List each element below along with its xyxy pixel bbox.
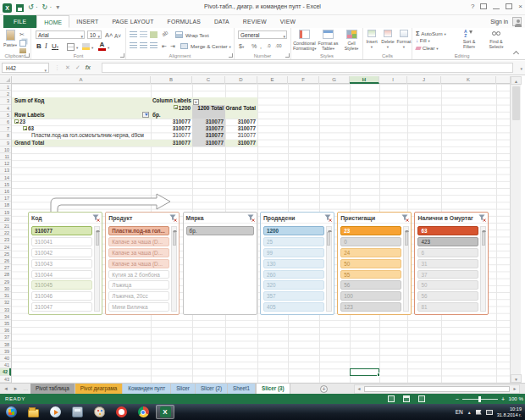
fill-button[interactable]: ↓ Fill ▾ [416, 37, 430, 43]
borders-button[interactable] [67, 43, 75, 51]
ribbon-tab[interactable]: PAGE LAYOUT [105, 15, 160, 28]
slicer-item[interactable]: 310043 [31, 259, 92, 268]
row-header[interactable]: 22 [0, 229, 11, 236]
row-header[interactable]: 28 [0, 271, 11, 278]
font-color-caret[interactable]: ▾ [108, 46, 109, 50]
slicer[interactable]: Продадени 1200 25 99 130 260 [260, 212, 334, 315]
scroll-left-arrow[interactable]: ◄ [355, 385, 363, 393]
slicer-item[interactable]: 100 [340, 291, 401, 301]
slicer-item[interactable]: 37 [417, 270, 478, 279]
font-dialog-launcher[interactable] [120, 53, 124, 58]
cut-button[interactable]: ✂ [19, 30, 26, 38]
zoom-out-button[interactable]: − [456, 396, 459, 402]
clear-filter-icon[interactable] [401, 214, 409, 222]
ribbon-tab[interactable]: DATA [207, 15, 236, 28]
row-header[interactable]: 3 [0, 97, 11, 104]
scroll-up-arrow[interactable]: ▲ [511, 76, 522, 85]
insert-cells-button[interactable]: Insert▾ [364, 30, 379, 50]
clipboard-dialog-launcher[interactable] [25, 53, 30, 58]
delete-cells-button[interactable]: Delete▾ [380, 30, 395, 50]
explorer[interactable] [24, 405, 42, 419]
clear-button[interactable]: Clear ▾ [416, 45, 439, 51]
new-sheet-button[interactable]: + [320, 385, 328, 393]
cancel-entry-icon[interactable]: ✕ [65, 63, 70, 73]
slicer-item[interactable]: 56 [417, 291, 478, 301]
row-header[interactable]: 35 [0, 320, 11, 327]
calculator[interactable] [68, 405, 86, 419]
row-header[interactable]: 42 [0, 368, 11, 375]
zoom-in-button[interactable]: + [501, 396, 505, 402]
increase-decimal-button[interactable]: .0 [267, 42, 271, 50]
align-left-icon[interactable] [130, 42, 137, 49]
slicer-item[interactable]: 56 [340, 280, 401, 290]
ribbon-tab[interactable]: REVIEW [236, 15, 274, 28]
row-header[interactable]: 21 [0, 223, 11, 229]
slicer-item[interactable]: 310046 [31, 291, 92, 301]
pivot-table[interactable]: Sum of Код Column Labels▾ 1200 1200 Tota… [12, 97, 257, 146]
slicer-item[interactable]: 357 [263, 291, 324, 301]
increase-indent-icon[interactable]: ⇥ [170, 42, 175, 50]
slicer-item[interactable]: 1200 [263, 226, 324, 235]
row-header[interactable]: 37 [0, 334, 11, 340]
active-cell[interactable] [350, 368, 379, 375]
row-header[interactable]: 9 [0, 140, 11, 146]
slicer-item[interactable]: Лъжичка, 20cc [108, 291, 169, 301]
slicer[interactable]: Пристигащи 23 0 24 50 55 [337, 212, 412, 315]
row-header[interactable]: 10 [0, 146, 11, 153]
clear-filter-icon[interactable] [169, 214, 177, 222]
slicer-item[interactable]: Мини Виличка [108, 302, 169, 312]
slicer-item[interactable]: 31 [417, 259, 478, 268]
row-header[interactable]: 19 [0, 209, 11, 216]
name-box-caret[interactable]: ▾ [44, 66, 47, 75]
row-header[interactable]: 18 [0, 202, 11, 208]
slicer-item[interactable]: Капаче за чаша (D... [108, 259, 169, 268]
name-box[interactable]: H42▾ [2, 63, 49, 73]
fill-color-button[interactable] [82, 43, 90, 50]
minimize-button[interactable] [493, 8, 500, 9]
slicer-item[interactable]: 260 [263, 270, 324, 279]
slicer-item[interactable]: Капаче за чаша (D... [108, 237, 169, 246]
row-header[interactable]: 4 [0, 105, 11, 112]
worksheet[interactable]: A B C D E F G H I J K 1 2 3 [0, 76, 525, 383]
merge-center-button[interactable]: Merge & Center ▾ [191, 43, 231, 49]
slicer-item[interactable]: Капаче за чаша (D... [108, 248, 169, 257]
slicer-scrollbar[interactable] [480, 226, 486, 312]
decrease-indent-icon[interactable]: ⇤ [162, 42, 167, 50]
slicer-item[interactable]: бр. [186, 226, 254, 235]
underline-button[interactable]: U▾ [52, 42, 58, 50]
scrollbar-thumb[interactable] [405, 232, 408, 246]
row-header[interactable]: 41 [0, 362, 11, 368]
row-header[interactable]: 36 [0, 327, 11, 334]
ribbon-tab[interactable]: HOME [36, 15, 69, 28]
collapse-icon[interactable] [174, 105, 178, 109]
row-header[interactable]: 33 [0, 307, 11, 313]
slicer-item[interactable]: 310077 [31, 226, 92, 235]
slicer-item[interactable]: Пластм.под-ка гол... [108, 226, 169, 235]
help-button[interactable]: ? [471, 3, 474, 10]
select-all-corner[interactable] [0, 76, 12, 84]
page-layout-view-icon[interactable] [403, 395, 410, 402]
row-header[interactable]: 6 [0, 119, 11, 125]
sheet-nav-arrows[interactable]: ◄ ► … [3, 384, 30, 394]
align-center-icon[interactable] [140, 42, 147, 49]
slicer-item[interactable]: 320 [263, 280, 324, 290]
scrollbar-thumb[interactable] [96, 232, 99, 246]
expand-formula-bar-icon[interactable]: ▾ [520, 66, 522, 71]
insert-function-icon[interactable]: fx [86, 63, 91, 73]
row-labels-filter-icon[interactable] [142, 112, 149, 118]
pivot-data-row[interactable]: 23 310077 310077 310077 [12, 119, 257, 125]
zoom-slider-thumb[interactable] [478, 396, 481, 402]
pivot-data-row[interactable]: 63 310077 310077 310077 [12, 125, 257, 132]
ribbon-tab[interactable]: VIEW [274, 15, 302, 28]
alignment-dialog-launcher[interactable] [229, 53, 233, 58]
align-top-icon[interactable] [130, 31, 137, 38]
column-header[interactable]: K [441, 76, 496, 84]
sort-filter-button[interactable]: AZ Sort & Filter▾ [456, 30, 482, 50]
zoom-level[interactable]: 100 % [508, 394, 523, 404]
slicer-item[interactable]: Кутия за 2 бонбона [108, 270, 169, 279]
row-header[interactable]: 8 [0, 132, 11, 139]
slicer-item[interactable]: 24 [340, 248, 401, 257]
slicer-item[interactable]: 310045 [31, 280, 92, 290]
slicer-item[interactable]: 423 [417, 237, 478, 246]
normal-view-icon[interactable] [388, 395, 395, 402]
